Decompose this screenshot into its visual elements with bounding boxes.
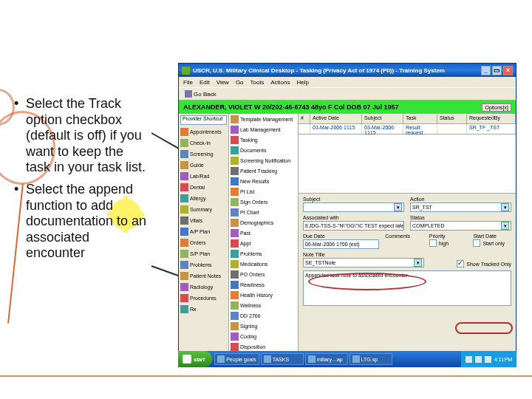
module-icon	[231, 157, 239, 165]
action-input[interactable]: SR_TST ▾	[410, 202, 511, 212]
menu-tools[interactable]: Tools	[250, 79, 265, 86]
left-item-label: Guide	[190, 163, 204, 168]
col-reqby[interactable]: RequestedBy	[467, 114, 516, 123]
chevron-down-icon[interactable]: ▾	[414, 259, 422, 267]
left-item[interactable]: Allergy	[179, 193, 228, 204]
left-item[interactable]: Check-In	[179, 137, 228, 149]
taskbar-button[interactable]: People goals	[214, 353, 259, 365]
chevron-down-icon[interactable]: ▾	[501, 222, 509, 230]
col-subject[interactable]: Subject	[362, 114, 403, 123]
minimize-button[interactable]: _	[481, 66, 491, 75]
module-item[interactable]: Disposition	[229, 341, 298, 352]
chevron-down-icon[interactable]: ▾	[394, 203, 402, 211]
module-list-pane[interactable]: Template ManagementLab ManagementTasking…	[229, 114, 299, 366]
tray-icon[interactable]	[466, 356, 472, 363]
module-item[interactable]: Problems	[229, 248, 298, 259]
start-button[interactable]: start	[178, 351, 212, 367]
left-pane-list[interactable]: AppointmentsCheck-InScreeningGuideLab/Ra…	[179, 126, 228, 366]
subject-input[interactable]: ▾	[303, 202, 404, 212]
options-button[interactable]: Options[x]	[482, 103, 511, 112]
menubar[interactable]: File Edit View Go Tools Actions Help	[179, 77, 516, 87]
taskbar-button[interactable]: LTG.sp	[349, 353, 392, 365]
module-item[interactable]: PO Orders	[229, 269, 298, 279]
taskbar-button[interactable]: millary…ap	[305, 353, 348, 365]
module-item[interactable]: Pt Chart	[229, 207, 298, 217]
module-item[interactable]: Pt List	[229, 186, 298, 197]
system-tray[interactable]: 4:11PM	[461, 351, 516, 367]
module-item-label: Lab Management	[240, 127, 280, 132]
startonly-checkbox[interactable]: Start only	[473, 239, 511, 247]
menu-actions[interactable]: Actions	[270, 79, 290, 86]
left-item[interactable]: Procedures	[179, 293, 228, 304]
left-item-label: Screening	[190, 151, 214, 157]
module-item[interactable]: Tasking	[229, 134, 298, 145]
status-input[interactable]: COMPLETED ▾	[410, 221, 511, 231]
left-item[interactable]: Vitals	[179, 215, 228, 226]
left-item[interactable]: Lab/Rad	[179, 171, 228, 182]
module-item[interactable]: Coding	[229, 331, 298, 341]
module-item[interactable]: Medications	[229, 259, 298, 269]
col-activedate[interactable]: Active Date	[310, 114, 362, 123]
module-item[interactable]: Patient Tracking	[229, 166, 298, 176]
col-idx[interactable]: #	[299, 114, 310, 123]
module-item[interactable]: Sign Orders	[229, 197, 298, 207]
menu-file[interactable]: File	[183, 79, 193, 86]
module-item-label: New Results	[240, 179, 269, 184]
module-item[interactable]: Readiness	[229, 279, 298, 290]
module-item[interactable]: Appt	[229, 238, 298, 248]
menu-edit[interactable]: Edit	[200, 79, 210, 86]
module-icon	[180, 250, 188, 258]
task-grid-row[interactable]: 03-Mar-2006 1115 03-Mar-2006 1115 Result…	[299, 124, 516, 134]
close-button[interactable]: ×	[503, 66, 513, 75]
left-item[interactable]: A/P Plan	[179, 226, 228, 237]
left-item[interactable]: Problems	[179, 259, 228, 270]
due-input[interactable]: 06-Mar-2006 1700 (est)	[303, 239, 379, 249]
task-label: LTG.sp	[361, 357, 378, 362]
cell: 03-Mar-2006 1115	[310, 124, 362, 134]
note-input[interactable]: SE_TSTNote ▾	[303, 258, 424, 267]
priority-high-checkbox[interactable]: high	[429, 239, 468, 247]
module-item[interactable]: Documents	[229, 145, 298, 155]
module-icon	[231, 198, 239, 206]
chevron-down-icon[interactable]: ▾	[501, 203, 509, 211]
module-item[interactable]: DD 2766	[229, 310, 298, 321]
taskbar-button[interactable]: TASKS	[261, 353, 304, 365]
module-item[interactable]: Wellness	[229, 300, 298, 310]
left-item[interactable]: Guide	[179, 160, 228, 171]
left-item[interactable]: Appointments	[179, 126, 228, 137]
task-memo[interactable]: Appended task note to associated encount…	[303, 270, 511, 306]
module-item-label: Signing	[240, 324, 257, 329]
module-item[interactable]: Demographics	[229, 217, 298, 228]
left-item[interactable]: Orders	[179, 237, 228, 248]
left-item[interactable]: S/P Plan	[179, 248, 228, 259]
maximize-button[interactable]: ▭	[492, 66, 502, 75]
left-item[interactable]: Patient Notes	[179, 270, 228, 282]
menu-help[interactable]: Help	[296, 79, 308, 86]
track-checkbox[interactable]: Show Tracked Only	[457, 260, 511, 267]
left-item[interactable]: Radiology	[179, 282, 228, 293]
menu-view[interactable]: View	[216, 79, 229, 86]
module-icon	[180, 216, 188, 225]
menu-go[interactable]: Go	[236, 79, 244, 86]
task-label: TASKS	[273, 357, 289, 362]
back-button[interactable]: Go Back	[182, 89, 219, 99]
module-item[interactable]: Template Management	[229, 114, 298, 124]
due-label: Due Date	[303, 233, 379, 239]
tray-icon[interactable]	[485, 356, 491, 363]
left-item[interactable]: Screening	[179, 149, 228, 160]
windows-taskbar[interactable]: start People goalsTASKSmillary…apLTG.sp …	[178, 351, 516, 367]
associated-input[interactable]: EJDG-TSS-S-"N\"OG\"IC TEST expect later …	[303, 221, 404, 231]
module-item[interactable]: Screening Notification	[229, 155, 298, 166]
module-item[interactable]: Health History	[229, 290, 298, 300]
module-item[interactable]: Lab Management	[229, 124, 298, 134]
tray-icon[interactable]	[475, 356, 482, 363]
module-item[interactable]: Past	[229, 228, 298, 238]
module-item[interactable]: Signing	[229, 321, 298, 331]
col-status[interactable]: Status	[437, 114, 467, 123]
left-item[interactable]: Dental	[179, 182, 228, 193]
titlebar[interactable]: USCR, U.S. Military Clinical Desktop - T…	[179, 64, 516, 77]
left-item[interactable]: Summary	[179, 204, 228, 215]
left-item[interactable]: Rx	[179, 304, 228, 315]
col-task[interactable]: Task	[403, 114, 437, 123]
module-item[interactable]: New Results	[229, 176, 298, 186]
